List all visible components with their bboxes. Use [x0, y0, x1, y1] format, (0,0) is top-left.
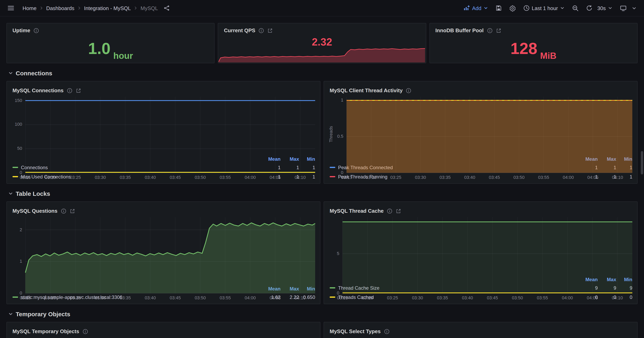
info-icon[interactable] — [406, 88, 412, 93]
thread-cache-chart[interactable]: 0503:1503:2003:2503:3003:3503:4003:4503:… — [328, 215, 633, 276]
info-icon[interactable] — [60, 208, 66, 214]
stat-unit: hour — [113, 51, 133, 63]
clock-icon — [523, 5, 530, 11]
info-icon[interactable] — [258, 28, 264, 33]
chevron-down-icon — [8, 311, 13, 316]
x-axis-tick-label: 03:45 — [484, 295, 501, 300]
section-table-locks[interactable]: Table Locks — [8, 188, 638, 199]
info-icon[interactable] — [82, 328, 88, 334]
external-link-icon[interactable] — [396, 208, 401, 214]
top-nav: Home Dashboards Integration - MySQL MySQ… — [0, 0, 644, 17]
breadcrumb-integration-mysql[interactable]: Integration - MySQL — [84, 5, 131, 11]
x-axis-tick-label: 04:10 — [608, 295, 626, 300]
refresh-interval-dropdown[interactable]: 30s — [596, 4, 614, 13]
share-icon — [164, 5, 170, 11]
panel-mysql-select-types: MySQL Select Types — [324, 322, 638, 338]
tv-mode-button[interactable] — [618, 3, 628, 13]
x-axis-tick-label: 03:40 — [142, 175, 159, 180]
x-axis-tick-label: 04:10 — [609, 175, 626, 180]
y-axis-tick-label: 50 — [11, 146, 22, 151]
panel-title[interactable]: MySQL Client Thread Activity — [330, 87, 403, 94]
gear-icon — [509, 5, 516, 12]
x-axis-tick-label: 03:35 — [116, 295, 134, 300]
grafana-mysql-dashboard: Home Dashboards Integration - MySQL MySQ… — [0, 0, 644, 338]
dashboard-content: Uptime 1.0 hour Current QPS 2.32 — [0, 17, 644, 338]
chevron-right-icon — [77, 6, 82, 11]
x-axis-tick-label: 03:15 — [16, 295, 34, 300]
breadcrumb-home[interactable]: Home — [22, 5, 36, 11]
y-axis-tick-label: 150 — [11, 98, 22, 103]
info-icon[interactable] — [34, 28, 39, 33]
external-link-icon[interactable] — [268, 28, 273, 33]
breadcrumb-current[interactable]: MySQL — [140, 5, 158, 11]
innodb-stat: 128 MiB — [430, 34, 637, 63]
stat-value: 128 — [510, 40, 538, 56]
save-dashboard-button[interactable] — [494, 3, 504, 13]
refresh-interval-label: 30s — [597, 5, 606, 11]
chevron-down-icon — [484, 6, 488, 11]
refresh-button[interactable] — [584, 3, 594, 13]
x-axis-tick-label: 04:05 — [266, 175, 284, 180]
x-axis-tick-label: 03:25 — [384, 295, 401, 300]
stat-unit: MiB — [540, 51, 556, 63]
x-axis-tick-label: 04:05 — [584, 175, 602, 180]
time-range-label: Last 1 hour — [532, 5, 558, 11]
panel-title[interactable]: MySQL Select Types — [330, 328, 380, 334]
x-axis-tick-label: 03:15 — [16, 175, 34, 180]
panel-title[interactable]: Uptime — [12, 27, 30, 34]
x-axis-tick-label: 04:00 — [558, 295, 576, 300]
panel-title[interactable]: MySQL Temporary Objects — [12, 328, 79, 334]
scrollbar[interactable] — [640, 16, 644, 338]
panel-title[interactable]: MySQL Questions — [12, 208, 57, 214]
time-range-picker[interactable]: Last 1 hour — [522, 3, 566, 13]
save-icon — [496, 5, 502, 11]
monitor-icon — [620, 5, 627, 12]
questions-chart[interactable]: 01203:1503:2003:2503:3003:3503:4003:4503… — [11, 215, 316, 285]
x-axis-tick-label: 03:35 — [436, 175, 454, 180]
section-temporary-objects[interactable]: Temporary Objects — [8, 308, 638, 319]
qps-stat-value: 2.32 — [218, 36, 426, 48]
scrollbar-thumb[interactable] — [641, 151, 643, 174]
panel-mysql-questions: MySQL Questions 01203:1503:2003:2503:300… — [6, 201, 320, 304]
x-axis-tick-label: 04:05 — [584, 295, 601, 300]
external-link-icon[interactable] — [70, 208, 75, 214]
section-title: Connections — [16, 70, 52, 76]
info-icon[interactable] — [387, 208, 392, 214]
toolbar-more-dropdown[interactable] — [630, 4, 638, 12]
info-icon[interactable] — [67, 88, 72, 93]
chevron-down-icon — [8, 191, 13, 196]
external-link-icon[interactable] — [496, 28, 501, 33]
x-axis-tick-label: 03:50 — [510, 175, 528, 180]
connections-chart[interactable]: 05010015003:1503:2003:2503:3003:3503:400… — [11, 94, 316, 156]
panel-mysql-temporary-objects: MySQL Temporary Objects — [6, 322, 320, 338]
y-axis-tick-label: 1 — [11, 259, 22, 264]
panel-title[interactable]: Current QPS — [224, 27, 256, 34]
uptime-stat: 1.0 hour — [7, 34, 214, 63]
share-button[interactable] — [162, 3, 172, 13]
y-axis-tick-label: 0 — [334, 170, 343, 175]
breadcrumb-dashboards[interactable]: Dashboards — [46, 5, 74, 11]
section-connections[interactable]: Connections — [8, 67, 638, 79]
hamburger-icon — [7, 5, 14, 12]
menu-toggle-button[interactable] — [6, 3, 16, 13]
panel-current-qps: Current QPS 2.32 — [218, 23, 426, 63]
x-axis-tick-label: 03:20 — [359, 295, 376, 300]
info-icon[interactable] — [384, 328, 390, 334]
panel-title[interactable]: MySQL Connections — [12, 87, 64, 94]
add-button[interactable]: Add — [462, 3, 490, 13]
x-axis-tick-label: 03:20 — [42, 295, 59, 300]
dashboard-settings-button[interactable] — [508, 3, 518, 13]
zoom-out-button[interactable] — [570, 3, 580, 13]
info-icon[interactable] — [487, 28, 492, 33]
panel-mysql-client-thread-activity: MySQL Client Thread Activity 00.5103:150… — [324, 81, 638, 184]
external-link-icon[interactable] — [76, 88, 81, 93]
chevron-down-icon — [560, 6, 565, 11]
panel-title[interactable]: MySQL Thread Cache — [330, 208, 384, 214]
x-axis-tick-label: 03:25 — [387, 175, 405, 180]
thread-activity-chart[interactable]: 00.5103:1503:2003:2503:3003:3503:4003:45… — [328, 94, 633, 156]
x-axis-tick-label: 03:50 — [192, 175, 209, 180]
chevron-right-icon — [133, 6, 138, 11]
panel-title[interactable]: InnoDB Buffer Pool — [435, 27, 484, 34]
x-axis-tick-label: 03:50 — [192, 295, 209, 300]
x-axis-tick-label: 03:45 — [166, 295, 184, 300]
